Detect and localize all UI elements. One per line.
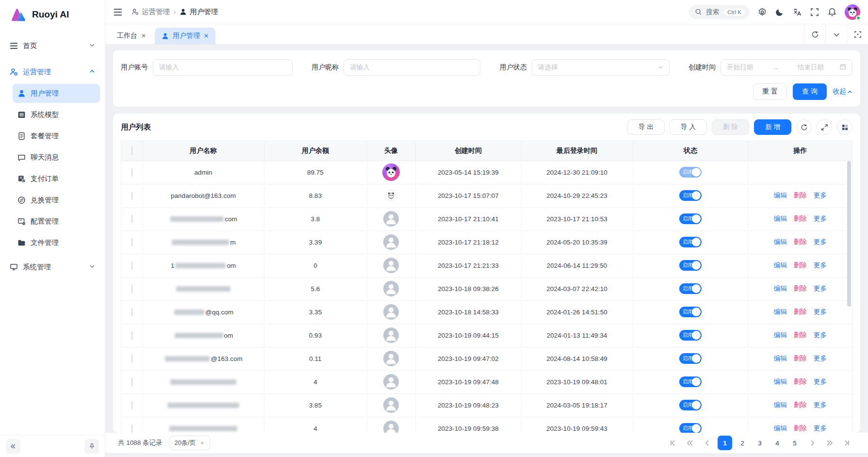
edit-link[interactable]: 编辑 — [774, 261, 787, 269]
logo[interactable]: Ruoyi AI — [0, 0, 105, 29]
dark-mode-moon-icon[interactable] — [775, 7, 785, 17]
row-checkbox[interactable] — [131, 401, 132, 409]
status-toggle[interactable]: 启用 — [679, 213, 702, 224]
expand-icon[interactable] — [817, 119, 832, 135]
delete-link[interactable]: 删除 — [794, 192, 807, 199]
delete-link[interactable]: 删除 — [794, 285, 807, 292]
more-link[interactable]: 更多 — [814, 355, 827, 362]
delete-link[interactable]: 删除 — [794, 424, 807, 432]
more-link[interactable]: 更多 — [814, 215, 827, 222]
bell-icon[interactable] — [827, 7, 837, 17]
refresh-icon[interactable] — [804, 24, 825, 44]
collapse-filter-link[interactable]: 收起 — [833, 87, 852, 96]
status-toggle[interactable]: 启用 — [679, 167, 702, 178]
more-link[interactable]: 更多 — [814, 308, 827, 315]
sidebar-item-file-management[interactable]: 文件管理 — [13, 233, 100, 252]
delete-link[interactable]: 删除 — [794, 308, 807, 315]
more-link[interactable]: 更多 — [814, 401, 827, 408]
more-link[interactable]: 更多 — [814, 192, 827, 199]
breadcrumb-item-users[interactable]: 用户管理 — [180, 7, 218, 16]
status-select[interactable]: 请选择 — [532, 59, 670, 76]
content-fullscreen-icon[interactable] — [847, 24, 868, 44]
menu-toggle-icon[interactable] — [113, 7, 123, 17]
sidebar-item-operations[interactable]: 运营管理 — [5, 62, 100, 82]
close-icon[interactable]: ✕ — [141, 33, 146, 39]
page-button-3[interactable]: 3 — [753, 436, 767, 450]
delete-link[interactable]: 删除 — [794, 401, 807, 408]
import-button[interactable]: 导入 — [670, 119, 707, 135]
user-avatar[interactable] — [845, 4, 860, 20]
page-button-1[interactable]: 1 — [718, 436, 732, 450]
edit-link[interactable]: 编辑 — [774, 192, 787, 199]
page-button-4[interactable]: 4 — [770, 436, 785, 450]
table-scrollbar[interactable] — [847, 161, 851, 433]
more-link[interactable]: 更多 — [814, 331, 827, 339]
more-link[interactable]: 更多 — [814, 238, 827, 245]
edit-link[interactable]: 编辑 — [774, 331, 787, 339]
page-button-2[interactable]: 2 — [735, 436, 750, 450]
fullscreen-icon[interactable] — [810, 7, 819, 17]
delete-link[interactable]: 删除 — [794, 378, 807, 385]
edit-link[interactable]: 编辑 — [774, 308, 787, 315]
sidebar-item-user-management[interactable]: 用户管理 — [13, 84, 100, 103]
add-button[interactable]: 新增 — [754, 119, 791, 135]
reset-button[interactable]: 重 置 — [753, 83, 787, 100]
more-link[interactable]: 更多 — [814, 261, 827, 269]
next-page-button[interactable] — [805, 436, 819, 450]
refresh-icon[interactable] — [796, 119, 812, 135]
sidebar-item-package-management[interactable]: 套餐管理 — [13, 127, 100, 146]
sidebar-item-system-management[interactable]: 系统管理 — [5, 257, 100, 277]
prev-page-button[interactable] — [700, 436, 715, 450]
date-range-picker[interactable]: 开始日期 → 结束日期 — [721, 59, 852, 76]
row-checkbox[interactable] — [131, 308, 132, 316]
sidebar-item-system-models[interactable]: 系统模型 — [13, 105, 100, 124]
sidebar-item-home[interactable]: 首页 — [5, 36, 100, 55]
delete-button[interactable]: 删除 — [712, 119, 749, 135]
breadcrumb-item-operations[interactable]: 运营管理 — [131, 7, 170, 16]
tab-user-management[interactable]: 用户管理 ✕ — [155, 28, 215, 44]
delete-link[interactable]: 删除 — [794, 355, 807, 362]
account-input[interactable]: 请输入 — [153, 59, 293, 76]
page-button-5[interactable]: 5 — [787, 436, 802, 450]
more-link[interactable]: 更多 — [814, 378, 827, 385]
search-button[interactable]: 查 询 — [793, 83, 827, 100]
row-checkbox[interactable] — [131, 192, 132, 200]
close-icon[interactable]: ✕ — [204, 33, 209, 39]
gear-icon[interactable] — [757, 7, 767, 17]
row-checkbox[interactable] — [131, 238, 132, 246]
status-toggle[interactable]: 启用 — [679, 260, 702, 271]
translate-icon[interactable] — [792, 7, 802, 17]
global-search[interactable]: 搜索 Ctrl K — [689, 5, 750, 19]
delete-link[interactable]: 删除 — [794, 215, 807, 222]
pin-icon[interactable] — [84, 439, 99, 454]
sidebar-item-payment-orders[interactable]: 支付订单 — [13, 169, 100, 188]
more-link[interactable]: 更多 — [814, 424, 827, 432]
edit-link[interactable]: 编辑 — [774, 285, 787, 292]
jump-forward-button[interactable] — [822, 436, 837, 450]
jump-back-button[interactable] — [683, 436, 697, 450]
sidebar-item-config-management[interactable]: 配置管理 — [13, 212, 100, 231]
status-toggle[interactable]: 启用 — [679, 307, 702, 317]
delete-link[interactable]: 删除 — [794, 261, 807, 269]
page-size-select[interactable]: 20条/页 ▼ — [169, 436, 210, 450]
status-toggle[interactable]: 启用 — [679, 353, 702, 364]
last-page-button[interactable] — [840, 436, 854, 450]
status-toggle[interactable]: 启用 — [679, 283, 702, 294]
select-all-checkbox[interactable] — [131, 147, 132, 155]
row-checkbox[interactable] — [131, 285, 132, 293]
status-toggle[interactable]: 启用 — [679, 376, 702, 387]
status-toggle[interactable]: 启用 — [679, 423, 702, 433]
sidebar-item-exchange-management[interactable]: 兑换管理 — [13, 191, 100, 210]
first-page-button[interactable] — [665, 436, 680, 450]
row-checkbox[interactable] — [131, 168, 132, 177]
row-checkbox[interactable] — [131, 261, 132, 270]
status-toggle[interactable]: 启用 — [679, 330, 702, 341]
sidebar-item-chat-messages[interactable]: 聊天消息 — [13, 148, 100, 167]
edit-link[interactable]: 编辑 — [774, 401, 787, 408]
row-checkbox[interactable] — [131, 424, 132, 433]
export-button[interactable]: 导出 — [627, 119, 665, 135]
edit-link[interactable]: 编辑 — [774, 378, 787, 385]
row-checkbox[interactable] — [131, 331, 132, 340]
more-link[interactable]: 更多 — [814, 285, 827, 292]
row-checkbox[interactable] — [131, 355, 132, 363]
